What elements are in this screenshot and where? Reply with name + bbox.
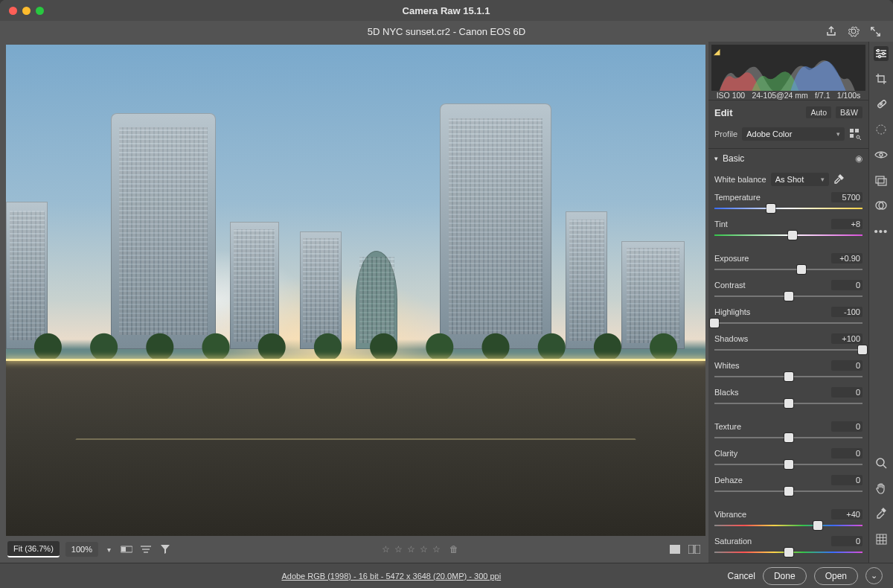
highlights-value[interactable]: -100 — [831, 307, 862, 317]
zoom-100-button[interactable]: 100% — [65, 542, 98, 557]
open-button[interactable]: Open — [814, 567, 858, 585]
histogram[interactable]: ◢ ◣ — [711, 45, 865, 91]
star-icon[interactable]: ☆ — [432, 544, 441, 555]
app-title: Camera Raw 15.1.1 — [44, 5, 848, 16]
workflow-link[interactable]: Adobe RGB (1998) - 16 bit - 5472 x 3648 … — [55, 572, 728, 581]
zoom-menu-chevron-icon[interactable]: ▾ — [104, 546, 114, 554]
vibrance-slider[interactable] — [714, 521, 862, 530]
single-view-icon[interactable] — [668, 543, 682, 556]
basic-sliders[interactable]: White balance As Shot ▾ Temperature57 — [708, 168, 868, 563]
profile-row: Profile Adobe Color ▾ — [708, 124, 868, 148]
basic-header[interactable]: ▾ Basic ◉ — [708, 149, 868, 168]
compare-icon[interactable] — [120, 543, 133, 556]
basic-label: Basic — [723, 153, 851, 164]
close-window-button[interactable] — [9, 7, 17, 15]
slider-blacks: Blacks0 — [714, 387, 862, 408]
hand-tool-icon[interactable] — [874, 481, 889, 496]
open-menu-chevron-icon[interactable]: ⌄ — [865, 567, 883, 584]
grid-overlay-icon[interactable] — [874, 531, 889, 546]
redeye-tool-icon[interactable] — [874, 147, 889, 162]
minimize-window-button[interactable] — [22, 7, 31, 15]
saturation-value[interactable]: 0 — [831, 536, 862, 546]
settings-icon[interactable] — [848, 25, 860, 37]
svg-rect-33 — [877, 534, 886, 544]
wb-select[interactable]: As Shot ▾ — [771, 173, 829, 186]
snapshots-icon[interactable] — [874, 173, 889, 188]
whites-slider[interactable] — [714, 372, 862, 381]
blacks-value[interactable]: 0 — [831, 387, 862, 397]
done-button[interactable]: Done — [763, 567, 807, 585]
file-label: 5D NYC sunset.cr2 - Canon EOS 6D — [368, 26, 525, 37]
export-icon[interactable] — [825, 25, 837, 37]
preview-column: Fit (36.7%) 100% ▾ ☆ ☆ ☆ ☆ ☆ — [0, 42, 708, 563]
whites-value[interactable]: 0 — [831, 360, 862, 371]
more-icon[interactable]: ••• — [874, 223, 889, 238]
saturation-slider[interactable] — [714, 548, 862, 557]
healing-tool-icon[interactable] — [874, 97, 889, 112]
profile-select[interactable]: Adobe Color ▾ — [742, 127, 845, 141]
color-sampler-icon[interactable] — [874, 506, 889, 521]
slider-vibrance: Vibrance+40 — [714, 509, 862, 530]
crop-tool-icon[interactable] — [874, 71, 889, 86]
main-area: Fit (36.7%) 100% ▾ ☆ ☆ ☆ ☆ ☆ — [0, 42, 893, 563]
slider-shadows: Shadows+100 — [714, 333, 862, 354]
contrast-value[interactable]: 0 — [831, 280, 862, 290]
split-view-icon[interactable] — [688, 543, 701, 556]
shadows-slider[interactable] — [714, 345, 862, 354]
bottom-bar: Adobe RGB (1998) - 16 bit - 5472 x 3648 … — [0, 563, 893, 588]
camera-raw-window: Camera Raw 15.1.1 5D NYC sunset.cr2 - Ca… — [0, 0, 893, 588]
exposure-slider[interactable] — [714, 265, 862, 274]
star-icon[interactable]: ☆ — [382, 544, 390, 555]
svg-point-26 — [880, 153, 883, 156]
eyedropper-icon[interactable] — [833, 174, 844, 185]
vibrance-value[interactable]: +40 — [831, 509, 862, 520]
clarity-slider[interactable] — [714, 460, 862, 469]
filter-icon[interactable] — [139, 543, 153, 556]
auto-button[interactable]: Auto — [806, 106, 831, 118]
svg-point-13 — [877, 50, 880, 52]
tool-sidebar: ••• — [869, 42, 893, 563]
texture-slider[interactable] — [714, 433, 862, 442]
star-icon[interactable]: ☆ — [407, 544, 415, 555]
slider-dehaze: Dehaze0 — [714, 475, 862, 496]
wb-value: As Shot — [775, 175, 804, 184]
slider-tint: Tint+8 — [714, 219, 862, 240]
highlights-slider[interactable] — [714, 319, 862, 327]
exif-aperture: f/7.1 — [815, 91, 830, 100]
temperature-value[interactable]: 5700 — [831, 192, 862, 202]
temperature-slider[interactable] — [714, 204, 862, 213]
chevron-down-icon: ▾ — [714, 155, 718, 162]
bw-button[interactable]: B&W — [836, 106, 862, 118]
white-balance-row: White balance As Shot ▾ — [714, 173, 862, 186]
mask-tool-icon[interactable] — [874, 122, 889, 137]
trash-icon[interactable]: 🗑 — [449, 544, 458, 555]
contrast-slider[interactable] — [714, 292, 862, 301]
right-panel: ◢ ◣ ISO 100 24-105@24 mm f/7.1 1/100s — [708, 42, 893, 563]
tint-slider[interactable] — [714, 231, 862, 240]
texture-value[interactable]: 0 — [831, 421, 862, 432]
profile-browser-icon[interactable] — [849, 128, 862, 140]
funnel-icon[interactable] — [159, 543, 172, 556]
maximize-window-button[interactable] — [36, 7, 44, 15]
dehaze-slider[interactable] — [714, 487, 862, 496]
blacks-slider[interactable] — [714, 399, 862, 408]
clarity-value[interactable]: 0 — [831, 448, 862, 458]
dehaze-value[interactable]: 0 — [831, 475, 862, 485]
rating-stars[interactable]: ☆ ☆ ☆ ☆ ☆ 🗑 — [178, 544, 662, 555]
star-icon[interactable]: ☆ — [420, 544, 428, 555]
cancel-button[interactable]: Cancel — [728, 571, 755, 581]
fullscreen-icon[interactable] — [870, 26, 881, 37]
zoom-fit-button[interactable]: Fit (36.7%) — [7, 541, 60, 557]
svg-point-16 — [883, 53, 885, 55]
edit-tool-icon[interactable] — [874, 46, 889, 61]
preview-toolbar: Fit (36.7%) 100% ▾ ☆ ☆ ☆ ☆ ☆ — [0, 536, 708, 563]
presets-icon[interactable] — [874, 198, 889, 213]
image-preview[interactable] — [6, 45, 705, 536]
zoom-tool-icon[interactable] — [874, 456, 889, 470]
shadows-value[interactable]: +100 — [831, 333, 862, 344]
tint-value[interactable]: +8 — [831, 219, 862, 229]
profile-value: Adobe Color — [746, 130, 792, 138]
visibility-toggle-icon[interactable]: ◉ — [855, 153, 862, 164]
star-icon[interactable]: ☆ — [394, 544, 403, 555]
exposure-value[interactable]: +0.90 — [831, 253, 862, 263]
